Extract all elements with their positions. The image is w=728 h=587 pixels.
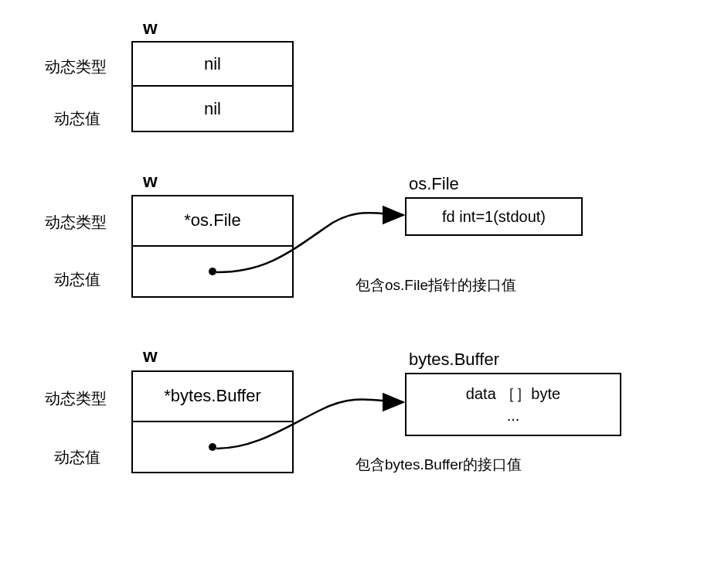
w-label-2: w [143,170,158,192]
type-cell-3: *bytes.Buffer [133,372,292,422]
dyn-value-label-2: 动态值 [54,269,100,290]
svg-point-0 [209,268,216,275]
target-line1-3: data ［］byte [466,383,560,404]
dyn-value-label-1: 动态值 [54,108,100,129]
interface-box-2: *os.File [131,195,294,298]
svg-point-1 [209,443,216,451]
type-cell-2: *os.File [133,196,292,247]
target-box-2: fd int=1(stdout) [405,197,583,236]
type-cell-1: nil [133,43,292,87]
pointer-dot-icon [208,442,217,452]
dyn-value-label-3: 动态值 [54,447,100,468]
w-label-3: w [143,345,158,367]
caption-2: 包含os.File指针的接口值 [355,275,516,295]
dyn-type-label-2: 动态类型 [45,212,107,233]
dyn-type-label-1: 动态类型 [45,56,107,77]
w-label-1: w [143,17,158,39]
interface-box-3: *bytes.Buffer [131,370,294,473]
target-line2-3: ... [507,404,520,426]
dyn-type-label-3: 动态类型 [45,388,107,409]
interface-box-1: nil nil [131,41,294,132]
pointer-dot-icon [208,267,217,276]
value-cell-2 [133,247,292,297]
target-title-2: os.File [409,174,459,194]
caption-3: 包含bytes.Buffer的接口值 [355,455,522,475]
target-content-2: fd int=1(stdout) [442,206,546,227]
target-box-3: data ［］byte ... [405,373,621,436]
value-cell-1: nil [133,87,292,131]
target-title-3: bytes.Buffer [409,350,499,370]
value-cell-3 [133,422,292,473]
